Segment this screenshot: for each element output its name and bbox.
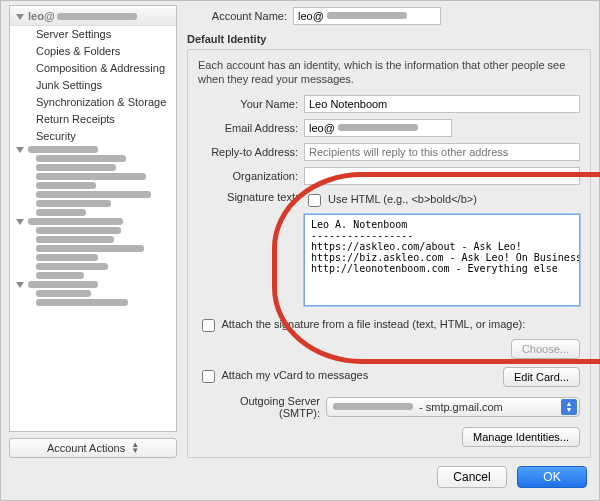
blurred-text — [57, 13, 137, 20]
sidebar-item-label: Composition & Addressing — [36, 61, 165, 76]
dialog-footer: Cancel OK — [437, 466, 587, 488]
attach-vcard-row[interactable]: Attach my vCard to messages — [198, 367, 368, 386]
blurred-item — [10, 208, 176, 217]
account-actions-label: Account Actions — [47, 442, 125, 454]
blurred-item — [10, 253, 176, 262]
blurred-account — [10, 280, 176, 289]
attach-vcard-checkbox[interactable] — [202, 370, 215, 383]
choose-button[interactable]: Choose... — [511, 339, 580, 359]
blurred-item — [10, 172, 176, 181]
sidebar-item-label: Security — [36, 129, 76, 144]
blurred-account — [10, 217, 176, 226]
manage-identities-button[interactable]: Manage Identities... — [462, 427, 580, 447]
blurred-item — [10, 271, 176, 280]
use-html-label: Use HTML (e.g., <b>bold</b>) — [328, 193, 477, 205]
email-label: Email Address: — [198, 122, 304, 134]
your-name-label: Your Name: — [198, 98, 304, 110]
blurred-text — [28, 146, 98, 153]
sidebar-item-server-settings[interactable]: Server Settings — [10, 26, 176, 43]
organization-input[interactable] — [304, 167, 580, 185]
account-node-label: leo@ — [28, 9, 55, 24]
sidebar-item-label: Return Receipts — [36, 112, 115, 127]
chevron-down-icon — [16, 282, 24, 288]
updown-icon: ▲▼ — [561, 399, 577, 415]
blurred-item — [10, 262, 176, 271]
account-node[interactable]: leo@ — [10, 8, 176, 26]
sidebar-item-label: Synchronization & Storage — [36, 95, 166, 110]
sidebar-item-security[interactable]: Security — [10, 128, 176, 145]
account-tree[interactable]: leo@ Server Settings Copies & Folders Co… — [9, 5, 177, 432]
ok-button[interactable]: OK — [517, 466, 587, 488]
blurred-text — [327, 12, 407, 19]
chevron-down-icon — [16, 147, 24, 153]
account-settings-window: leo@ Server Settings Copies & Folders Co… — [0, 0, 600, 501]
cancel-button[interactable]: Cancel — [437, 466, 507, 488]
blurred-text — [333, 403, 413, 410]
attach-vcard-label: Attach my vCard to messages — [221, 370, 368, 382]
attach-sig-file-label: Attach the signature from a file instead… — [221, 318, 525, 330]
account-name-label: Account Name: — [187, 10, 293, 22]
blurred-text — [338, 124, 418, 131]
blurred-item — [10, 289, 176, 298]
sidebar-item-sync[interactable]: Synchronization & Storage — [10, 94, 176, 111]
identity-box: Each account has an identity, which is t… — [187, 49, 591, 458]
smtp-select[interactable]: - smtp.gmail.com ▲▼ — [326, 397, 580, 417]
default-identity-title: Default Identity — [187, 33, 591, 45]
chevron-down-icon — [16, 219, 24, 225]
chevron-down-icon — [16, 14, 24, 20]
use-html-row[interactable]: Use HTML (e.g., <b>bold</b>) — [304, 193, 477, 205]
sidebar-item-copies-folders[interactable]: Copies & Folders — [10, 43, 176, 60]
sidebar-item-receipts[interactable]: Return Receipts — [10, 111, 176, 128]
sidebar-item-composition[interactable]: Composition & Addressing — [10, 60, 176, 77]
sidebar-item-junk[interactable]: Junk Settings — [10, 77, 176, 94]
blurred-item — [10, 190, 176, 199]
blurred-item — [10, 154, 176, 163]
blurred-item — [10, 181, 176, 190]
edit-card-button[interactable]: Edit Card... — [503, 367, 580, 387]
signature-label: Signature text: — [198, 191, 304, 203]
attach-sig-file-checkbox[interactable] — [202, 319, 215, 332]
blurred-account — [10, 145, 176, 154]
main-panel: Account Name: Default Identity Each acco… — [187, 7, 591, 454]
smtp-label: Outgoing Server (SMTP): — [198, 395, 326, 419]
blurred-item — [10, 244, 176, 253]
attach-sig-file-row[interactable]: Attach the signature from a file instead… — [198, 316, 525, 335]
your-name-input[interactable] — [304, 95, 580, 113]
blurred-item — [10, 199, 176, 208]
sidebar-item-label: Server Settings — [36, 27, 111, 42]
account-name-row: Account Name: — [187, 7, 591, 25]
identity-description: Each account has an identity, which is t… — [198, 58, 580, 87]
use-html-checkbox[interactable] — [308, 194, 321, 207]
blurred-item — [10, 226, 176, 235]
blurred-item — [10, 298, 176, 307]
sidebar-item-label: Copies & Folders — [36, 44, 120, 59]
sidebar: leo@ Server Settings Copies & Folders Co… — [9, 5, 177, 458]
reply-to-input[interactable] — [304, 143, 580, 161]
smtp-value: - smtp.gmail.com — [419, 401, 503, 413]
updown-icon: ▲▼ — [131, 442, 139, 454]
signature-textarea[interactable] — [304, 214, 580, 306]
sidebar-item-label: Junk Settings — [36, 78, 102, 93]
account-actions-dropdown[interactable]: Account Actions ▲▼ — [9, 438, 177, 458]
reply-to-label: Reply-to Address: — [198, 146, 304, 158]
organization-label: Organization: — [198, 170, 304, 182]
blurred-item — [10, 235, 176, 244]
blurred-item — [10, 163, 176, 172]
